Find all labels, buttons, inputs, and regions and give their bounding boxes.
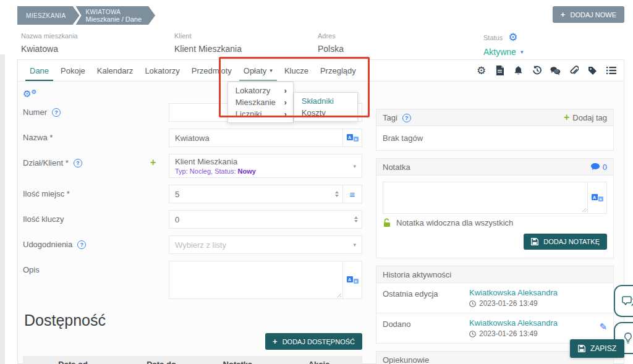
submenu-item-skladniki[interactable]: Składniki [294, 95, 357, 107]
feedback-chat-button[interactable] [614, 285, 633, 317]
dzial-klient-value: Klient Mieszkania [175, 157, 346, 166]
history-timestamp: 2023-01-26 13:49 [479, 329, 538, 338]
tab-klucze[interactable]: Klucze [280, 60, 313, 81]
udogodnienia-select[interactable]: Wybierz z listy [169, 235, 362, 254]
add-availability-button[interactable]: DODAJ DOSTĘPNOŚĆ [265, 333, 362, 350]
ilosc-miejsc-stepper[interactable]: 5 [169, 185, 343, 203]
lightbulb-icon [624, 332, 632, 344]
menu-item-label: Mieszkanie [236, 98, 276, 107]
dzial-klient-select[interactable]: Klient Mieszkania Typ: Nocleg, Status: N… [169, 154, 362, 178]
opis-label: Opis [23, 265, 40, 274]
spinner-arrows-icon[interactable] [354, 216, 358, 222]
add-note-button[interactable]: DODAJ NOTATKĘ [524, 234, 607, 250]
dzial-klient-subtext: Typ: Nocleg, Status: [175, 167, 236, 175]
save-button[interactable]: ZAPISZ [570, 339, 624, 358]
note-comments-count: 0 [603, 163, 607, 172]
ilosc-kluczy-stepper[interactable]: 0 [169, 210, 362, 229]
tab-kalendarz[interactable]: Kalendarz [93, 60, 138, 81]
menu-item-liczniki[interactable]: Liczniki [228, 108, 293, 120]
activity-history-panel: Historia aktywności Ostatnia edycja Kwia… [376, 266, 614, 344]
submenu-item-label: Składniki [302, 96, 334, 106]
summary-row: Nazwa mieszkania Kwiatowa Klient Klient … [0, 28, 633, 57]
dzial-klient-status: Nowy [238, 167, 256, 175]
clock-icon [469, 300, 476, 307]
opis-textarea[interactable] [169, 261, 343, 299]
ilosc-miejsc-value: 5 [175, 190, 179, 199]
add-tag-button[interactable]: Dodaj tag [564, 112, 607, 122]
tab-przedmioty-label: Przedmioty [192, 66, 232, 75]
tab-przedmioty[interactable]: Przedmioty [187, 60, 236, 81]
messages-icon[interactable] [550, 66, 561, 75]
add-client-icon[interactable] [150, 157, 156, 167]
breadcrumb-current-title: KWIATOWA [86, 9, 142, 15]
help-icon[interactable] [74, 159, 82, 167]
help-icon[interactable] [77, 240, 86, 249]
help-icon[interactable] [402, 114, 411, 122]
note-textarea[interactable] [383, 182, 588, 214]
page-left-gutter [0, 54, 5, 364]
menu-item-mieszkanie[interactable]: Mieszkanie [228, 96, 293, 108]
list-icon[interactable] [343, 185, 362, 203]
udogodnienia-label: Udogodnienia [23, 240, 72, 249]
add-note-label: DODAJ NOTATKĘ [543, 238, 600, 245]
history-icon[interactable] [532, 66, 542, 75]
help-icon[interactable] [52, 108, 61, 117]
history-user-link[interactable]: Kwiatkowska Aleksandra [469, 318, 599, 328]
settings-icon[interactable] [476, 66, 486, 76]
tag-icon[interactable] [587, 66, 598, 75]
chevron-down-icon [270, 67, 273, 74]
summary-client-link[interactable]: Klient Mieszkania [174, 44, 318, 54]
numer-label: Numer [23, 108, 47, 117]
summary-status-label: Status [483, 34, 503, 41]
card-toolbar [476, 60, 616, 81]
add-availability-label: DODAJ DOSTĘPNOŚĆ [283, 338, 355, 345]
resize-handle-icon[interactable] [336, 292, 341, 297]
menu-item-lokatorzy[interactable]: Lokatorzy [228, 85, 293, 96]
note-panel-title: Notatka [383, 163, 410, 172]
status-settings-icon[interactable] [508, 32, 517, 43]
tab-oplaty[interactable]: Opłaty Lokatorzy Mieszkanie Liczniki [239, 60, 277, 81]
tab-lokatorzy[interactable]: Lokatorzy [140, 60, 184, 81]
breadcrumb-current[interactable]: KWIATOWA Mieszkanie / Dane [76, 6, 156, 25]
resize-handle-icon[interactable] [580, 206, 586, 212]
chevron-down-icon[interactable] [520, 49, 524, 55]
tags-panel-title: Tagi [383, 113, 397, 122]
column-header-akcje: Akcje [276, 356, 362, 364]
spinner-arrows-icon[interactable] [335, 191, 339, 197]
translate-icon[interactable] [588, 182, 607, 214]
translate-icon[interactable] [343, 261, 362, 299]
chat-bubbles-icon [622, 296, 633, 307]
nazwa-input[interactable] [169, 129, 343, 147]
breadcrumb-root[interactable]: MIESZKANIA [17, 6, 80, 25]
save-icon [578, 345, 585, 352]
document-icon[interactable] [495, 66, 505, 75]
form-row-ilosc-kluczy: Ilość kluczy 0 [23, 210, 362, 229]
plus-icon [564, 112, 569, 122]
paperclip-icon[interactable] [569, 66, 579, 75]
tab-pokoje[interactable]: Pokoje [56, 60, 90, 81]
unlock-icon [383, 218, 391, 227]
checklist-icon[interactable] [606, 66, 616, 75]
availability-title: Dostępność [24, 311, 362, 329]
note-comments-button[interactable]: 0 [591, 163, 607, 172]
note-panel: Notatka 0 Notatka widoc [376, 158, 614, 258]
edit-pencil-icon[interactable] [599, 318, 607, 331]
form-row-nazwa: Nazwa * [23, 129, 362, 147]
tags-panel: Tagi Dodaj tag Brak tagów [376, 109, 614, 151]
submenu-item-koszty[interactable]: Koszty [294, 107, 357, 119]
summary-name: Nazwa mieszkania Kwiatowa [21, 32, 174, 57]
history-timestamp: 2023-01-26 13:49 [479, 299, 538, 308]
chevron-down-icon [353, 163, 356, 169]
add-new-button[interactable]: DODAJ NOWE [553, 6, 624, 23]
bell-icon[interactable] [513, 66, 524, 75]
translate-icon[interactable] [343, 129, 362, 147]
dzial-klient-label: Dział/Klient * [23, 158, 69, 167]
note-visibility-text: Notatka widoczna dla wszystkich [396, 218, 513, 227]
nazwa-label: Nazwa * [23, 133, 53, 142]
status-badge[interactable]: Aktywne [483, 47, 516, 57]
tab-dane[interactable]: Dane [25, 60, 53, 81]
column-header-data-do: Data do [123, 356, 199, 364]
side-panels: Tagi Dodaj tag Brak tagów Notatka 0 [376, 89, 614, 364]
history-user-link[interactable]: Kwiatkowska Aleksandra [469, 288, 607, 297]
tab-przeglady[interactable]: Przeglądy [316, 60, 360, 81]
